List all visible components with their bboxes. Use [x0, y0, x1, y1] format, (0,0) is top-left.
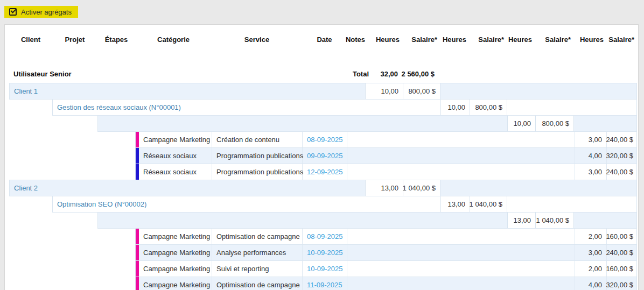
service-cell: Optimisation de campagne [212, 277, 303, 290]
category-cell: Campagne Marketing [139, 277, 212, 290]
hours-cell: 4,00 [575, 148, 607, 164]
category-cell: Réseaux sociaux [139, 148, 212, 164]
hours-cell: 2,00 [575, 229, 607, 244]
service-cell: Création de contenu [212, 132, 303, 147]
header-service: Service [212, 31, 302, 47]
header-heures-3: Heures [507, 31, 535, 47]
date-link[interactable]: 12-09-2025 [303, 164, 347, 180]
project-hours-cell: 10,00 [440, 100, 470, 115]
header-salaire-1: Salaire* [403, 31, 440, 47]
hours-cell: 2,00 [575, 261, 607, 277]
salary-cell: 240,00 $ [607, 245, 637, 260]
rows-container: Client 110,00800,00 $Gestion des réseaux… [9, 83, 638, 290]
header-date: Date [302, 31, 347, 47]
stage-salary-cell: 800,00 $ [535, 116, 574, 131]
project-row: Gestion des réseaux sociaux (N°00001)10,… [52, 99, 637, 116]
category-cell: Campagne Marketing [139, 261, 212, 277]
entry-row: Réseaux sociauxProgrammation publication… [135, 164, 637, 180]
date-link[interactable]: 11-09-2025 [303, 277, 347, 290]
stage-name [98, 116, 507, 131]
entry-row: Campagne MarketingSuivi et reporting10-0… [135, 260, 637, 277]
project-salary-cell: 1 040,00 $ [470, 196, 507, 212]
hours-cell: 3,00 [575, 164, 607, 180]
project-name[interactable]: Optimisation SEO (N°00002) [53, 196, 440, 212]
date-link[interactable]: 10-09-2025 [303, 245, 347, 260]
notes-cell [347, 245, 575, 260]
report-table: Client Projet Étapes Catégorie Service D… [4, 24, 639, 290]
user-total-salary: 2 560,00 $ [398, 67, 437, 81]
date-link[interactable]: 08-09-2025 [303, 229, 347, 244]
stage-salary-cell: 1 040,00 $ [535, 213, 574, 228]
category-cell: Réseaux sociaux [139, 164, 212, 180]
client-name[interactable]: Client 2 [10, 180, 365, 196]
notes-cell [347, 229, 575, 244]
header-heures-1: Heures [368, 31, 403, 47]
client-hours-cell: 10,00 [365, 83, 403, 99]
client-salary-cell: 800,00 $ [403, 83, 440, 99]
project-salary-cell: 800,00 $ [470, 100, 507, 115]
notes-cell [347, 164, 575, 180]
notes-cell [347, 148, 575, 164]
aggregate-toggle-label: Activer agrégats [21, 8, 72, 16]
user-total-row: Utilisateur Senior Total 32,00 2 560,00 … [9, 67, 638, 81]
header-etapes: Étapes [97, 31, 135, 47]
date-link[interactable]: 08-09-2025 [303, 132, 347, 147]
header-heures-2: Heures [440, 31, 470, 47]
table-header-row: Client Projet Étapes Catégorie Service D… [9, 31, 638, 47]
stage-row: 13,001 040,00 $ [97, 212, 637, 229]
salary-cell: 320,00 $ [607, 148, 637, 164]
header-salaire-2: Salaire* [470, 31, 507, 47]
client-row: Client 213,001 040,00 $ [9, 180, 637, 196]
stage-hours-cell: 10,00 [507, 116, 535, 131]
category-cell: Campagne Marketing [139, 132, 212, 147]
header-heures-4: Heures [574, 31, 607, 47]
hours-cell: 3,00 [575, 245, 607, 260]
project-name[interactable]: Gestion des réseaux sociaux (N°00001) [53, 100, 440, 115]
aggregate-toggle[interactable]: Activer agrégats [4, 6, 78, 18]
service-cell: Optimisation de campagne [212, 229, 303, 244]
project-hours-cell: 13,00 [440, 196, 470, 212]
date-link[interactable]: 10-09-2025 [303, 261, 347, 277]
entry-row: Campagne MarketingCréation de contenu08-… [135, 131, 637, 148]
header-salaire-3: Salaire* [535, 31, 574, 47]
total-label: Total [302, 67, 369, 81]
project-row: Optimisation SEO (N°00002)13,001 040,00 … [52, 196, 637, 213]
salary-cell: 240,00 $ [607, 132, 637, 147]
client-hours-cell: 13,00 [365, 180, 403, 196]
notes-cell [347, 261, 575, 277]
client-salary-cell: 1 040,00 $ [403, 180, 440, 196]
stage-hours-cell: 13,00 [507, 213, 535, 228]
entry-row: Campagne MarketingOptimisation de campag… [135, 277, 637, 290]
category-cell: Campagne Marketing [139, 245, 212, 260]
notes-cell [347, 277, 575, 290]
hours-cell: 4,00 [575, 277, 607, 290]
service-cell: Analyse performances [212, 245, 303, 260]
header-client: Client [9, 31, 52, 47]
user-name: Utilisateur Senior [9, 67, 302, 81]
client-name[interactable]: Client 1 [10, 83, 365, 99]
header-categorie: Catégorie [135, 31, 212, 47]
service-cell: Programmation publications [212, 148, 303, 164]
entry-row: Campagne MarketingOptimisation de campag… [135, 228, 637, 245]
category-cell: Campagne Marketing [139, 229, 212, 244]
stage-name [98, 213, 507, 228]
date-link[interactable]: 09-09-2025 [303, 148, 347, 164]
client-row: Client 110,00800,00 $ [9, 83, 637, 100]
user-total-hours: 32,00 [369, 67, 398, 81]
service-cell: Suivi et reporting [212, 261, 303, 277]
salary-cell: 320,00 $ [607, 277, 637, 290]
salary-cell: 240,00 $ [607, 164, 637, 180]
checkbox-checked-icon[interactable] [9, 8, 17, 16]
header-notes: Notes [347, 31, 368, 47]
salary-cell: 160,00 $ [607, 229, 637, 244]
hours-cell: 3,00 [575, 132, 607, 147]
notes-cell [347, 132, 575, 147]
entry-row: Campagne MarketingAnalyse performances10… [135, 244, 637, 261]
stage-row: 10,00800,00 $ [97, 115, 637, 132]
header-salaire-4: Salaire* [607, 31, 638, 47]
salary-cell: 160,00 $ [607, 261, 637, 277]
entry-row: Réseaux sociauxProgrammation publication… [135, 147, 637, 164]
service-cell: Programmation publications [212, 164, 303, 180]
header-projet: Projet [52, 31, 97, 47]
